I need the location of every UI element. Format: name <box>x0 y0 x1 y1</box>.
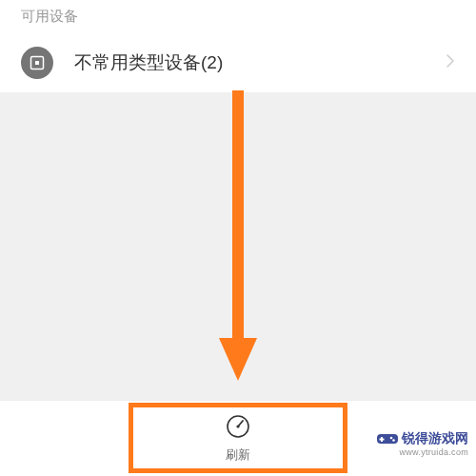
svg-point-4 <box>236 425 239 427</box>
device-generic-icon <box>21 47 53 79</box>
refresh-label: 刷新 <box>226 446 250 464</box>
bottom-toolbar: 刷新 <box>0 400 476 476</box>
empty-content-area <box>0 92 476 378</box>
svg-rect-1 <box>35 61 39 65</box>
section-header-available-devices: 可用设备 <box>0 0 476 33</box>
list-item-label: 不常用类型设备(2) <box>74 50 446 75</box>
refresh-button[interactable]: 刷新 <box>67 401 409 476</box>
chevron-right-icon <box>446 53 455 72</box>
speedometer-icon <box>226 414 250 443</box>
list-item-uncommon-devices[interactable]: 不常用类型设备(2) <box>0 33 476 92</box>
more-icon[interactable] <box>428 436 447 442</box>
